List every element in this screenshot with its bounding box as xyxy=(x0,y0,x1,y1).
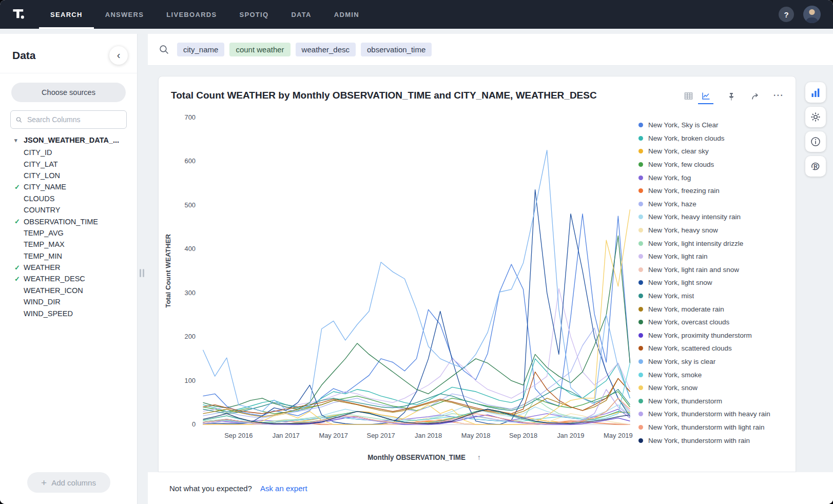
legend-dot xyxy=(638,241,643,246)
legend-item[interactable]: New York, light rain and snow xyxy=(638,263,789,277)
legend-item[interactable]: New York, heavy intensity rain xyxy=(638,210,789,224)
legend-item[interactable]: New York, moderate rain xyxy=(638,302,789,316)
legend-item[interactable]: New York, clear sky xyxy=(638,145,789,158)
sidebar-column-clouds[interactable]: CLOUDS xyxy=(14,193,137,204)
column-label: WEATHER_DESC xyxy=(24,275,85,283)
sidebar-column-wind_dir[interactable]: WIND_DIR xyxy=(14,296,137,307)
legend-item[interactable]: New York, sky is clear xyxy=(638,355,789,369)
ask-expert-link[interactable]: Ask an expert xyxy=(260,484,307,493)
search-icon xyxy=(159,45,169,54)
legend-item[interactable]: New York, haze xyxy=(638,198,789,211)
help-button[interactable]: ? xyxy=(779,7,794,22)
sidebar-column-temp_min[interactable]: TEMP_MIN xyxy=(14,250,137,262)
pin-button[interactable] xyxy=(724,89,739,104)
legend-item[interactable]: New York, thunderstorm with light rain xyxy=(638,421,789,434)
avatar[interactable] xyxy=(803,6,821,23)
legend-item[interactable]: New York, overcast clouds xyxy=(638,316,789,329)
x-tick-label: May 2018 xyxy=(461,432,491,439)
add-columns-button[interactable]: + Add columns xyxy=(27,472,110,493)
panel-gutter xyxy=(138,34,148,504)
nav-item-search[interactable]: SEARCH xyxy=(39,0,94,29)
sidebar-column-weather[interactable]: ✓WEATHER xyxy=(14,262,137,273)
series-line xyxy=(203,214,630,416)
legend-label: New York, proximity thunderstorm xyxy=(648,332,752,339)
legend-item[interactable]: New York, freezing rain xyxy=(638,184,789,198)
legend-label: New York, few clouds xyxy=(648,161,714,168)
answer-footer: Not what you expected? Ask an expert xyxy=(148,472,833,504)
sidebar-column-weather_desc[interactable]: ✓WEATHER_DESC xyxy=(14,273,137,284)
more-options-button[interactable]: ⋯ xyxy=(771,89,786,104)
legend-item[interactable]: New York, few clouds xyxy=(638,158,789,171)
legend-label: New York, haze xyxy=(648,200,696,208)
main-area: city_namecount weatherweather_descobserv… xyxy=(148,34,833,504)
search-token-city_name[interactable]: city_name xyxy=(177,43,224,56)
legend-item[interactable]: New York, light rain xyxy=(638,250,789,263)
legend-label: New York, thunderstorm with rain xyxy=(648,437,750,444)
search-token-observation_time[interactable]: observation_time xyxy=(361,43,432,56)
data-panel-header: Data ‹ xyxy=(0,34,137,73)
chart-view-button[interactable] xyxy=(698,89,713,104)
legend-item[interactable]: New York, proximity thunderstorm xyxy=(638,329,789,342)
legend-item[interactable]: New York, fog xyxy=(638,171,789,184)
y-tick-label: 300 xyxy=(185,289,196,297)
logo-icon xyxy=(10,5,29,24)
legend-item[interactable]: New York, snow xyxy=(638,381,789,395)
legend-item[interactable]: New York, thunderstorm with heavy rain xyxy=(638,408,789,421)
chart-canvas: 0100200300400500600700Sep 2016Jan 2017Ma… xyxy=(162,105,638,469)
legend-item[interactable]: New York, light snow xyxy=(638,276,789,289)
series-line xyxy=(203,359,630,412)
nav-item-admin[interactable]: ADMIN xyxy=(323,0,371,29)
sidebar-column-temp_avg[interactable]: TEMP_AVG xyxy=(14,227,137,239)
column-label: TEMP_MAX xyxy=(24,240,65,248)
legend-item[interactable]: New York, thunderstorm with rain xyxy=(638,434,789,447)
sidebar-column-wind_speed[interactable]: WIND_SPEED xyxy=(14,307,137,319)
sidebar-column-observation_time[interactable]: ✓OBSERVATION_TIME xyxy=(14,216,137,227)
nav-item-spotiq[interactable]: SPOTIQ xyxy=(228,0,280,29)
legend-item[interactable]: New York, scattered clouds xyxy=(638,342,789,355)
search-bar[interactable]: city_namecount weatherweather_descobserv… xyxy=(148,34,833,66)
choose-sources-button[interactable]: Choose sources xyxy=(11,83,126,102)
resize-handle[interactable] xyxy=(140,269,144,277)
table-view-button[interactable] xyxy=(681,89,696,104)
sidebar-column-country[interactable]: COUNTRY xyxy=(14,204,137,216)
nav-item-answers[interactable]: ANSWERS xyxy=(94,0,156,29)
legend-item[interactable]: New York, broken clouds xyxy=(638,132,789,145)
legend-label: New York, mist xyxy=(648,292,694,300)
r-analysis-button[interactable]: R xyxy=(805,156,826,177)
sidebar-column-weather_icon[interactable]: WEATHER_ICON xyxy=(14,285,137,296)
sidebar-column-city_id[interactable]: CITY_ID xyxy=(14,147,137,158)
thoughtspot-logo[interactable] xyxy=(0,5,39,24)
sort-arrow-icon[interactable]: ↑ xyxy=(477,454,481,461)
column-search-input[interactable] xyxy=(26,115,121,124)
content: Data ‹ Choose sources ▾ JSON_WEATHER_DAT… xyxy=(0,29,833,504)
legend-item[interactable]: New York, mist xyxy=(638,289,789,303)
legend-item[interactable]: New York, heavy snow xyxy=(638,224,789,237)
sidebar-column-city_lat[interactable]: CITY_LAT xyxy=(14,158,137,169)
configure-button[interactable] xyxy=(805,107,826,127)
search-token-count-weather[interactable]: count weather xyxy=(229,43,290,56)
x-tick-label: Sep 2016 xyxy=(224,432,253,439)
legend-item[interactable]: New York, Sky is Clear xyxy=(638,119,789,132)
legend-item[interactable]: New York, light intensity drizzle xyxy=(638,237,789,250)
y-tick-label: 400 xyxy=(185,245,196,253)
sidebar-column-temp_max[interactable]: TEMP_MAX xyxy=(14,239,137,250)
nav-item-liveboards[interactable]: LIVEBOARDS xyxy=(155,0,228,29)
sidebar-column-city_lon[interactable]: CITY_LON xyxy=(14,170,137,181)
chart-type-button[interactable] xyxy=(805,82,826,103)
share-button[interactable] xyxy=(747,89,763,104)
collapse-panel-button[interactable]: ‹ xyxy=(109,46,128,65)
y-tick-label: 600 xyxy=(185,157,196,165)
sidebar-column-city_name[interactable]: ✓CITY_NAME xyxy=(14,181,137,192)
column-label: WIND_DIR xyxy=(24,298,61,306)
info-button[interactable] xyxy=(805,131,826,152)
legend-dot xyxy=(638,399,643,403)
legend-item[interactable]: New York, thunderstorm xyxy=(638,394,789,408)
search-token-weather_desc[interactable]: weather_desc xyxy=(296,43,356,56)
legend-dot xyxy=(638,162,643,167)
legend-dot xyxy=(638,438,643,443)
data-panel: Data ‹ Choose sources ▾ JSON_WEATHER_DAT… xyxy=(0,34,138,504)
table-node[interactable]: ▾ JSON_WEATHER_DATA_... xyxy=(14,136,137,144)
nav-item-data[interactable]: DATA xyxy=(280,0,322,29)
caret-down-icon[interactable]: ▾ xyxy=(14,137,24,144)
legend-item[interactable]: New York, smoke xyxy=(638,368,789,381)
